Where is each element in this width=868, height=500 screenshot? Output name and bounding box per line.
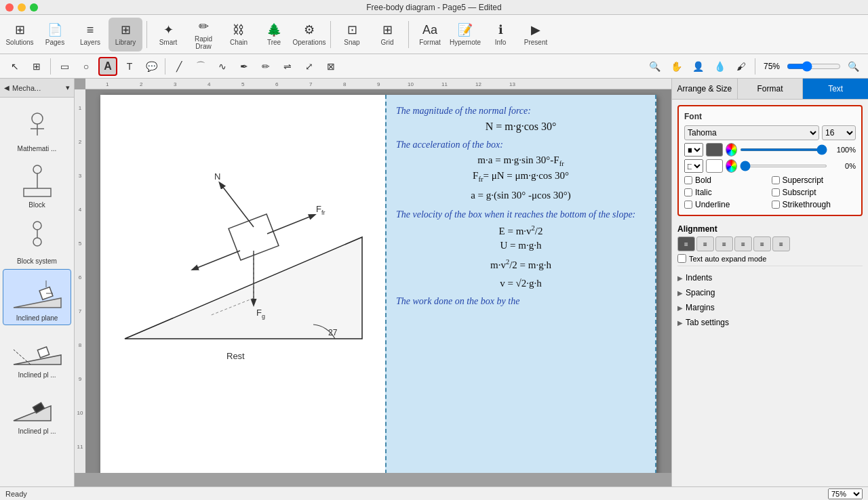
callout-tool[interactable]: 💬 (142, 57, 161, 76)
color-wheel-btn-1[interactable] (726, 143, 737, 157)
pan-button[interactable]: ✋ (667, 57, 686, 76)
font-section: Font Tahoma Arial Helvetica 16 12 14 18 … (677, 105, 863, 216)
align-justify-left-btn[interactable]: ≡ (734, 236, 752, 251)
tab-text[interactable]: Text (803, 79, 868, 99)
tools-toolbar: ↖ ⊞ ▭ ○ A T 💬 ╱ ⌒ ∿ ✒ ✏ ⇌ ⤢ ⊠ 🔍 ✋ 👤 💧 🖌 … (0, 54, 868, 79)
underline-checkbox[interactable] (684, 201, 692, 209)
font-size-select[interactable]: 16 12 14 18 24 (822, 125, 856, 140)
color-type-select-2[interactable]: □ (684, 159, 703, 173)
margins-section-header[interactable]: ▶ Margins (677, 300, 863, 315)
tab-settings-section-header[interactable]: ▶ Tab settings (677, 315, 863, 330)
connector-tool[interactable]: ⇌ (278, 57, 297, 76)
rectangle-tool[interactable]: ▭ (55, 57, 74, 76)
grid-select-tool[interactable]: ⊞ (27, 57, 46, 76)
subscript-checkbox[interactable] (772, 188, 780, 196)
superscript-checkbox[interactable] (772, 176, 780, 184)
zoom-slider[interactable] (787, 61, 841, 72)
text2-tool[interactable]: T (120, 57, 139, 76)
tab-format[interactable]: Format (738, 79, 804, 99)
present-button[interactable]: ▶ Present (519, 18, 553, 51)
chain-button[interactable]: ⛓ Chain (222, 18, 256, 51)
text-content-section[interactable]: The magnitude of the normal force: N = m… (385, 95, 656, 473)
search-button[interactable]: 🔍 (645, 57, 664, 76)
indents-section-header[interactable]: ▶ Indents (677, 270, 863, 285)
paint-button[interactable]: 🖌 (732, 57, 751, 76)
zoom-fit-button[interactable]: 🔍 (844, 57, 863, 76)
close-button[interactable] (5, 3, 14, 12)
grid-button[interactable]: ⊞ Grid (370, 18, 404, 51)
opacity-slider-1[interactable] (740, 148, 827, 151)
curve-tool[interactable]: ∿ (213, 57, 232, 76)
snap-button[interactable]: ⊡ Snap (335, 18, 369, 51)
line-tool[interactable]: ╱ (170, 57, 189, 76)
solutions-button[interactable]: ⊞ Solutions (3, 18, 37, 51)
color-row-2: □ 0% (684, 159, 856, 173)
align-center-btn[interactable]: ≡ (696, 236, 714, 251)
bold-checkbox[interactable] (684, 176, 692, 184)
hypernote-button[interactable]: 📝 Hypernote (448, 18, 482, 51)
svg-point-0 (32, 113, 43, 124)
user-button[interactable]: 👤 (688, 57, 707, 76)
transform-tool[interactable]: ⤢ (300, 57, 319, 76)
align-justify-center-btn[interactable]: ≡ (753, 236, 771, 251)
sidebar-item-mathemati[interactable]: Mathemati ... (3, 100, 71, 155)
text-tool[interactable]: A (98, 57, 117, 76)
strikethrough-checkbox[interactable] (772, 201, 780, 209)
svg-text:9: 9 (79, 376, 82, 382)
heading2: The acceleration of the box: (396, 140, 646, 150)
smart-button[interactable]: ✦ Smart (151, 18, 185, 51)
spacing-section-header[interactable]: ▶ Spacing (677, 285, 863, 300)
select-tool[interactable]: ↖ (5, 57, 24, 76)
canvas-area[interactable]: N Fg Ffr (85, 89, 671, 473)
sidebar-item-inclined-pl3[interactable]: Inclined pl ... (3, 383, 71, 438)
info-icon: ℹ (498, 22, 503, 37)
eyedrop-button[interactable]: 💧 (710, 57, 729, 76)
operations-button[interactable]: ⚙ Operations (292, 18, 326, 51)
window-controls[interactable] (5, 3, 38, 12)
pages-button[interactable]: 📄 Pages (38, 18, 72, 51)
panel-content: Font Tahoma Arial Helvetica 16 12 14 18 … (672, 100, 868, 486)
italic-checkbox[interactable] (684, 188, 692, 196)
status-text: Ready (5, 490, 27, 498)
arc-tool[interactable]: ⌒ (191, 57, 210, 76)
pencil-tool[interactable]: ✏ (256, 57, 275, 76)
svg-text:10: 10 (77, 410, 83, 416)
ellipse-tool[interactable]: ○ (77, 57, 96, 76)
auto-expand-checkbox[interactable] (677, 254, 686, 263)
minimize-button[interactable] (18, 3, 26, 12)
svg-text:11: 11 (441, 81, 448, 87)
format-button[interactable]: Aa Format (413, 18, 447, 51)
auto-expand-label: Text auto expand mode (689, 255, 766, 263)
status-zoom-select[interactable]: 75% 50% 100% (828, 488, 863, 499)
sidebar-item-inclined-plane[interactable]: Inclined plane (3, 269, 71, 325)
maximize-button[interactable] (30, 3, 38, 12)
library-button[interactable]: ⊞ Library (108, 18, 142, 51)
sidebar-dropdown-icon[interactable]: ▾ (66, 83, 70, 92)
color-swatch-2[interactable] (706, 159, 723, 173)
color-swatch-1[interactable] (706, 143, 723, 157)
sidebar-thumb-inclined-pl2 (10, 329, 64, 370)
subscript-row: Subscript (772, 188, 856, 197)
info-button[interactable]: ℹ Info (484, 18, 517, 51)
layers-button[interactable]: ≡ Layers (73, 18, 107, 51)
align-justify-right-btn[interactable]: ≡ (772, 236, 790, 251)
pages-icon: 📄 (47, 22, 62, 37)
font-name-select[interactable]: Tahoma Arial Helvetica (684, 125, 819, 140)
pen-tool[interactable]: ✒ (235, 57, 254, 76)
tab-arrange-size[interactable]: Arrange & Size (672, 79, 738, 99)
tool-sep3 (755, 58, 755, 75)
sidebar-item-block[interactable]: Block (3, 157, 71, 211)
rapid-draw-button[interactable]: ✏ Rapid Draw (186, 18, 220, 51)
sidebar-item-block-system[interactable]: Block system (3, 213, 71, 268)
align-left-btn[interactable]: ≡ (677, 236, 695, 251)
align-right-btn[interactable]: ≡ (715, 236, 733, 251)
canvas-with-ruler: 1 2 3 4 5 6 7 8 9 10 11 (75, 89, 671, 473)
color-wheel-btn-2[interactable] (726, 159, 737, 173)
opacity-slider-2[interactable] (740, 165, 827, 167)
sidebar-item-inclined-pl2[interactable]: Inclined pl ... (3, 327, 71, 381)
crop-tool[interactable]: ⊠ (321, 57, 340, 76)
hypernote-icon: 📝 (458, 22, 473, 37)
color-type-select-1[interactable]: ■ (684, 143, 703, 157)
chain-icon: ⛓ (233, 23, 245, 37)
tree-button[interactable]: 🌲 Tree (257, 18, 291, 51)
